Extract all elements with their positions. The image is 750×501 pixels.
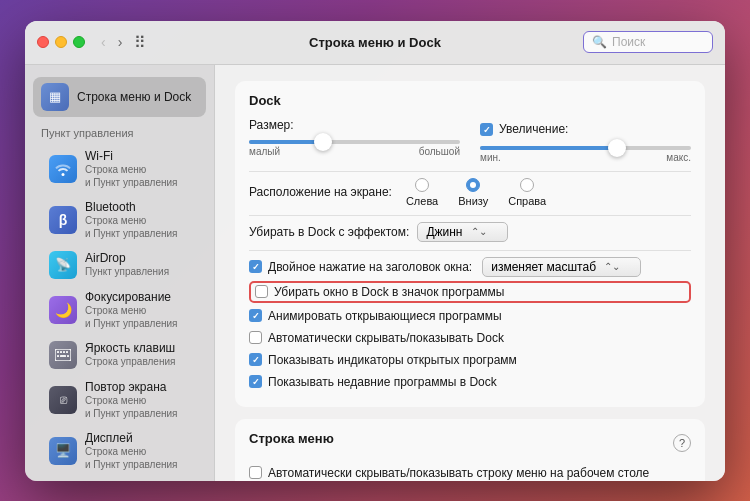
sidebar-item-airdrop[interactable]: 📡 AirDrop Пункт управления bbox=[33, 246, 206, 284]
size-label: Размер: bbox=[249, 118, 460, 132]
magnify-label: Увеличение: bbox=[499, 122, 568, 136]
dock-icon: ▦ bbox=[41, 83, 69, 111]
nav-buttons: ‹ › bbox=[97, 32, 126, 52]
minimize-row-highlighted: Убирать окно в Dock в значок программы bbox=[249, 281, 691, 303]
back-button[interactable]: ‹ bbox=[97, 32, 110, 52]
double-tap-select-arrow: ⌃⌄ bbox=[604, 261, 620, 272]
keyboard-icon bbox=[49, 341, 77, 369]
double-tap-select[interactable]: изменяет масштаб ⌃⌄ bbox=[482, 257, 641, 277]
size-slider-track[interactable] bbox=[249, 140, 460, 144]
autohide-row: Автоматически скрывать/показывать Dock bbox=[249, 329, 691, 347]
maximize-button[interactable] bbox=[73, 36, 85, 48]
focus-item-name: Фокусирование bbox=[85, 290, 190, 304]
help-button[interactable]: ? bbox=[673, 434, 691, 452]
focus-item-sub: Строка менюи Пункт управления bbox=[85, 304, 190, 330]
position-row: Расположение на экране: Слева Внизу Спра… bbox=[249, 178, 691, 207]
display-item-name: Дисплей bbox=[85, 431, 190, 445]
svg-rect-7 bbox=[67, 355, 69, 357]
main-window: ‹ › ⠿ Строка меню и Dock 🔍 Поиск ▦ Строк… bbox=[25, 21, 725, 481]
indicators-checkbox[interactable]: ✓ bbox=[249, 353, 262, 366]
autohide-desktop-checkbox[interactable] bbox=[249, 466, 262, 479]
position-label: Расположение на экране: bbox=[249, 185, 392, 199]
sidebar-item-mirror[interactable]: ⎚ Повтор экрана Строка менюи Пункт управ… bbox=[33, 375, 206, 425]
display-icon: 🖥️ bbox=[49, 437, 77, 465]
sidebar-item-wifi[interactable]: Wi-Fi Строка менюи Пункт управления bbox=[33, 144, 206, 194]
display-item-sub: Строка менюи Пункт управления bbox=[85, 445, 190, 471]
effect-select[interactable]: Джинн ⌃⌄ bbox=[417, 222, 507, 242]
position-bottom[interactable]: Внизу bbox=[458, 178, 488, 207]
effect-label: Убирать в Dock с эффектом: bbox=[249, 225, 409, 239]
bluetooth-item-sub: Строка менюи Пункт управления bbox=[85, 214, 190, 240]
svg-rect-1 bbox=[57, 351, 59, 353]
position-left-label: Слева bbox=[406, 195, 438, 207]
animate-checkbox[interactable]: ✓ bbox=[249, 309, 262, 322]
wifi-icon bbox=[49, 155, 77, 183]
traffic-lights bbox=[37, 36, 85, 48]
position-left-radio[interactable] bbox=[415, 178, 429, 192]
size-magnify-row: Размер: малый большой bbox=[249, 118, 691, 163]
effect-select-arrow: ⌃⌄ bbox=[471, 226, 487, 237]
autohide-checkbox[interactable] bbox=[249, 331, 262, 344]
menu-bar-title: Строка меню bbox=[249, 431, 334, 446]
magnify-check-icon: ✓ bbox=[483, 125, 491, 135]
search-placeholder: Поиск bbox=[612, 35, 704, 49]
double-tap-check-icon: ✓ bbox=[252, 262, 260, 272]
window-title: Строка меню и Dock bbox=[309, 35, 441, 50]
magnify-slider-labels: мин. макс. bbox=[480, 152, 691, 163]
autohide-desktop-label: Автоматически скрывать/показывать строку… bbox=[268, 466, 649, 480]
position-right-label: Справа bbox=[508, 195, 546, 207]
main-content: Dock Размер: малый большой bbox=[215, 65, 725, 481]
divider-2 bbox=[249, 215, 691, 216]
effect-row: Убирать в Dock с эффектом: Джинн ⌃⌄ bbox=[249, 222, 691, 242]
bluetooth-icon: β bbox=[49, 206, 77, 234]
sidebar: ▦ Строка меню и Dock Пункт управления Wi… bbox=[25, 65, 215, 481]
position-right-radio[interactable] bbox=[520, 178, 534, 192]
recent-checkbox[interactable]: ✓ bbox=[249, 375, 262, 388]
dock-section: Dock Размер: малый большой bbox=[235, 81, 705, 407]
position-bottom-radio[interactable] bbox=[466, 178, 480, 192]
sidebar-item-focus[interactable]: 🌙 Фокусирование Строка менюи Пункт управ… bbox=[33, 285, 206, 335]
recent-row: ✓ Показывать недавние программы в Dock bbox=[249, 373, 691, 391]
sidebar-item-dock-selected[interactable]: ▦ Строка меню и Dock bbox=[33, 77, 206, 117]
magnify-checkbox[interactable]: ✓ bbox=[480, 123, 493, 136]
minimize-button[interactable] bbox=[55, 36, 67, 48]
wifi-item-sub: Строка менюи Пункт управления bbox=[85, 163, 190, 189]
svg-rect-5 bbox=[57, 355, 59, 357]
wifi-item-name: Wi-Fi bbox=[85, 149, 190, 163]
autohide-desktop-row: Автоматически скрывать/показывать строку… bbox=[249, 464, 691, 481]
sidebar-item-bluetooth[interactable]: β Bluetooth Строка менюи Пункт управлени… bbox=[33, 195, 206, 245]
divider-1 bbox=[249, 171, 691, 172]
size-min-label: малый bbox=[249, 146, 280, 157]
size-slider-fill bbox=[249, 140, 323, 144]
size-max-label: большой bbox=[419, 146, 460, 157]
sidebar-item-keyboard[interactable]: Яркость клавиш Строка управления bbox=[33, 336, 206, 374]
position-bottom-dot bbox=[470, 182, 476, 188]
effect-value: Джинн bbox=[426, 225, 462, 239]
position-bottom-label: Внизу bbox=[458, 195, 488, 207]
magnify-slider-thumb[interactable] bbox=[608, 139, 626, 157]
divider-3 bbox=[249, 250, 691, 251]
position-right[interactable]: Справа bbox=[508, 178, 546, 207]
svg-rect-3 bbox=[63, 351, 65, 353]
dock-section-title: Dock bbox=[249, 93, 691, 108]
animate-label: Анимировать открывающиеся программы bbox=[268, 309, 502, 323]
grid-button[interactable]: ⠿ bbox=[134, 33, 146, 52]
double-tap-checkbox[interactable]: ✓ bbox=[249, 260, 262, 273]
double-tap-label: Двойное нажатие на заголовок окна: bbox=[268, 260, 472, 274]
sidebar-item-display[interactable]: 🖥️ Дисплей Строка менюи Пункт управления bbox=[33, 426, 206, 476]
magnify-slider-fill bbox=[480, 146, 617, 150]
position-left[interactable]: Слева bbox=[406, 178, 438, 207]
size-slider-thumb[interactable] bbox=[314, 133, 332, 151]
close-button[interactable] bbox=[37, 36, 49, 48]
recent-check-icon: ✓ bbox=[252, 377, 260, 387]
magnify-slider-section: ✓ Увеличение: мин. макс. bbox=[480, 118, 691, 163]
forward-button[interactable]: › bbox=[114, 32, 127, 52]
indicators-check-icon: ✓ bbox=[252, 355, 260, 365]
search-icon: 🔍 bbox=[592, 35, 607, 49]
keyboard-item-sub: Строка управления bbox=[85, 355, 190, 368]
minimize-label: Убирать окно в Dock в значок программы bbox=[274, 285, 505, 299]
minimize-checkbox[interactable] bbox=[255, 285, 268, 298]
search-box[interactable]: 🔍 Поиск bbox=[583, 31, 713, 53]
magnify-slider-track[interactable] bbox=[480, 146, 691, 150]
size-slider-section: Размер: малый большой bbox=[249, 118, 460, 157]
